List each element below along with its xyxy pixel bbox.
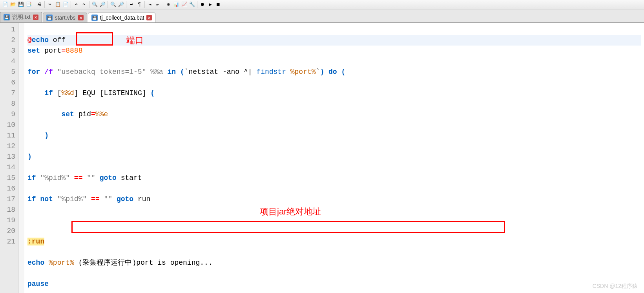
t: echo: [32, 36, 49, 44]
t: echo: [27, 259, 44, 267]
t: /f: [40, 68, 57, 76]
tab-file-1[interactable]: 💾 说明.txt ✕: [0, 12, 42, 22]
tab-file-2[interactable]: 💾 start.vbs ✕: [43, 13, 87, 22]
showall-icon[interactable]: ¶: [136, 1, 143, 8]
t: [: [100, 89, 104, 97]
open-icon[interactable]: 📂: [9, 1, 16, 8]
t: [112, 195, 117, 203]
line-num: 11: [2, 130, 15, 141]
t: (: [150, 89, 155, 97]
t: [36, 195, 40, 203]
find-icon[interactable]: 🔍: [91, 1, 98, 8]
separator: [44, 1, 45, 8]
saveall-icon[interactable]: 📑: [25, 1, 32, 8]
paste-icon[interactable]: 📄: [62, 1, 69, 8]
t: off: [49, 36, 66, 44]
line-num: 10: [2, 120, 15, 130]
t: if: [27, 174, 36, 182]
zoom-in-icon[interactable]: 🔍: [109, 1, 117, 8]
t: goto: [100, 174, 117, 182]
t: pid: [74, 110, 91, 118]
t: findstr: [256, 68, 290, 76]
file-icon: 💾: [46, 15, 53, 21]
t: ): [320, 68, 324, 76]
stop-icon[interactable]: ⏹: [215, 1, 222, 8]
t: =: [91, 110, 95, 118]
tool-icon[interactable]: 📊: [173, 1, 180, 8]
t: ]: [142, 89, 146, 97]
t: `netstat -ano ^|: [184, 68, 257, 76]
t: @: [27, 36, 32, 44]
tool-icon[interactable]: ⚙: [165, 1, 172, 8]
annotation-text-port: 端口: [126, 35, 144, 46]
separator: [71, 1, 71, 8]
new-icon[interactable]: 📄: [2, 1, 9, 8]
t: set: [27, 47, 40, 55]
t: `: [316, 68, 320, 76]
t: =: [61, 47, 66, 55]
line-num: 8: [2, 99, 15, 109]
replace-icon[interactable]: 🔎: [99, 1, 106, 8]
tab-label: tj_collect_data.bat: [100, 15, 144, 21]
t: ]: [74, 89, 78, 97]
tool-icon[interactable]: 📈: [181, 1, 188, 8]
t: (: [341, 68, 345, 76]
tab-file-3[interactable]: 💾 tj_collect_data.bat ✕: [88, 13, 156, 22]
t: port: [40, 47, 61, 55]
print-icon[interactable]: 🖨: [36, 1, 43, 8]
line-num: 2: [2, 35, 15, 46]
line-num: 7: [2, 88, 15, 99]
t: start: [117, 174, 142, 182]
t: for: [27, 68, 40, 76]
cut-icon[interactable]: ✂: [46, 1, 53, 8]
copy-icon[interactable]: 📋: [54, 1, 61, 8]
close-icon[interactable]: ✕: [78, 15, 84, 20]
line-num: 20: [2, 226, 15, 236]
t: in: [167, 68, 176, 76]
t: %%a: [146, 68, 167, 76]
indent-icon[interactable]: ⇥: [146, 1, 153, 8]
close-icon[interactable]: ✕: [146, 15, 152, 20]
tool-icon[interactable]: 🔧: [188, 1, 195, 8]
t: "%pid%": [40, 174, 70, 182]
undo-icon[interactable]: ↶: [73, 1, 80, 8]
t: EQU: [78, 89, 100, 97]
t: (采集程序运行中)port is opening...: [74, 259, 213, 267]
t: pause: [27, 280, 49, 288]
t: if: [44, 89, 53, 97]
line-num: 1: [2, 24, 15, 35]
separator: [108, 1, 108, 8]
t: ==: [91, 195, 100, 203]
t: (: [176, 68, 184, 76]
t: [36, 174, 40, 182]
t: [27, 110, 61, 118]
code-area[interactable]: @echo off set port=8888 for /f "usebackq…: [24, 23, 644, 293]
t: "": [104, 195, 113, 203]
redo-icon[interactable]: ↷: [80, 1, 88, 8]
close-icon[interactable]: ✕: [33, 15, 38, 20]
t: [: [57, 89, 62, 97]
separator: [163, 1, 163, 8]
outdent-icon[interactable]: ⇤: [154, 1, 161, 8]
line-num: 6: [2, 77, 15, 88]
separator: [126, 1, 126, 8]
line-num: 12: [2, 141, 15, 152]
tab-label: 说明.txt: [12, 14, 31, 21]
t: :run: [27, 238, 44, 245]
t: do: [324, 68, 341, 76]
editor-area: 1 2 3 4 5 6 7 8 9 10 11 12 13 14 15 16 1…: [0, 23, 644, 293]
zoom-out-icon[interactable]: 🔎: [117, 1, 124, 8]
t: [100, 195, 104, 203]
line-num: 17: [2, 194, 15, 205]
line-gutter: 1 2 3 4 5 6 7 8 9 10 11 12 13 14 15 16 1…: [0, 23, 19, 293]
play-icon[interactable]: ▶: [207, 1, 214, 8]
record-icon[interactable]: ⏺: [199, 1, 206, 8]
t: [27, 132, 44, 139]
save-icon[interactable]: 💾: [17, 1, 24, 8]
watermark: CSDN @12程序猿: [593, 283, 638, 290]
t: %%e: [95, 110, 108, 118]
line-num: 3: [2, 46, 15, 56]
line-num: 9: [2, 109, 15, 120]
line-num: 5: [2, 67, 15, 77]
wrap-icon[interactable]: ↩: [128, 1, 135, 8]
